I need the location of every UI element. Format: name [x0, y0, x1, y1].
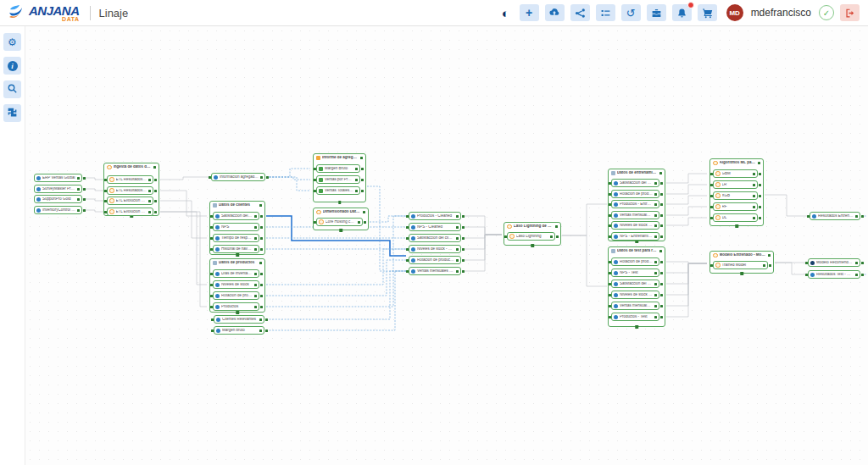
lineage-node[interactable]: Satisfacción del cliente - Entr... — [611, 179, 659, 187]
lineage-node[interactable]: SupportPro Gold — [34, 195, 82, 203]
add-button[interactable]: + — [520, 4, 539, 21]
lineage-node[interactable]: NPS - Cleaned — [409, 223, 461, 231]
lineage-node[interactable]: NPS — [213, 223, 259, 231]
lineage-node[interactable]: Productos - Test — [611, 313, 659, 321]
sidebar-item-settings[interactable]: ⚙ — [3, 33, 21, 51]
app-logo[interactable]: ANJANA DATA — [7, 1, 80, 25]
lineage-group-header: Modelo Entrenado - Modelo de Rec... — [711, 252, 772, 259]
lineage-node[interactable]: Rotación de productos - Clea... — [409, 256, 461, 264]
lineage-node[interactable]: Días de inventario disponible — [213, 269, 259, 278]
sidebar-item-plugins[interactable] — [3, 104, 21, 122]
lineage-node[interactable]: RF — [713, 202, 758, 211]
contrast-toggle-icon[interactable]: ◐ — [498, 4, 514, 21]
lineage-node[interactable]: Historial de navegación de cli... — [213, 245, 259, 253]
lineage-node[interactable]: Caso Lightning — [507, 232, 555, 241]
logout-button[interactable] — [840, 4, 860, 21]
lineage-node[interactable]: Niveles de stock - Cleaned — [409, 245, 461, 253]
lineage-node[interactable]: Clientes Relevantes — [214, 315, 264, 324]
lineage-node[interactable]: Ventas mensuales - Test — [611, 302, 659, 310]
lineage-node[interactable]: GBM — [713, 169, 758, 178]
certified-icon — [254, 237, 257, 240]
lineage-node[interactable]: Ventas mensuales - Cleaned — [409, 267, 461, 275]
user-avatar[interactable]: MD — [726, 4, 743, 21]
node-label: Ventas Totales Mensuales — [325, 189, 353, 193]
node-label: Ventas mensuales - Test — [620, 304, 653, 308]
lineage-share-button[interactable] — [570, 4, 590, 21]
lineage-node[interactable]: Niveles de stock - Entrenami... — [611, 221, 659, 230]
lineage-node[interactable]: NPS - Test — [611, 268, 659, 277]
lineage-node[interactable]: LR — [713, 180, 758, 189]
db-node-icon — [614, 282, 618, 286]
briefcase-button[interactable] — [647, 4, 666, 21]
lineage-node[interactable]: Margen bruto — [214, 326, 264, 335]
certified-icon — [855, 262, 858, 264]
db-node-icon — [614, 181, 618, 185]
notifications-button[interactable] — [672, 4, 692, 21]
lineage-node[interactable]: ETL Evolución del soporte — [107, 197, 153, 205]
db-node-icon — [411, 269, 415, 274]
certified-icon — [654, 283, 657, 285]
node-label: Clientes Relevantes — [222, 318, 258, 322]
lineage-node[interactable]: XGB — [713, 191, 758, 200]
cart-button[interactable] — [698, 4, 717, 21]
lineage-canvas[interactable]: ERP Ventas GlobalSurveyMaster Pro (Siste… — [0, 0, 868, 465]
lineage-node[interactable]: Ventas Totales Mensuales — [316, 186, 360, 195]
lineage-node[interactable]: NPS - Entrenamiento — [611, 232, 659, 241]
db-node-icon — [36, 187, 41, 191]
lineage-node[interactable]: Rotación de productos — [213, 291, 259, 300]
certified-icon — [254, 273, 257, 275]
lineage-node[interactable]: Ventas por Producto — [316, 175, 360, 184]
db-node-icon — [214, 175, 218, 180]
lineage-node[interactable]: ETL Resultados del sistema E... — [107, 186, 153, 195]
lineage-node[interactable]: Modelo Recomendación — [808, 258, 860, 267]
lineage-node[interactable]: ERP Ventas Global — [34, 174, 82, 182]
cart-icon — [702, 8, 713, 19]
oring-node-icon — [715, 263, 721, 268]
node-label: NPS - Test — [620, 271, 653, 275]
sidebar-item-search[interactable] — [3, 80, 21, 98]
sidebar-item-info[interactable]: i — [3, 57, 21, 75]
tasks-button[interactable] — [596, 4, 615, 21]
lineage-node[interactable]: Margen Bruto — [316, 164, 360, 173]
lineage-node[interactable]: Core Hosting comercial de v... — [316, 218, 363, 226]
lineage-node[interactable]: Ventas mensuales - Entrena... — [611, 211, 659, 219]
certified-icon — [855, 274, 858, 276]
lineage-node[interactable]: Satisfacción del cliente — [213, 212, 259, 220]
lineage-node[interactable]: Tiempo de respuesta al sopor... — [213, 234, 259, 242]
node-label: Tiempo de respuesta al sopor... — [221, 236, 253, 241]
oring-group-icon — [316, 210, 321, 215]
lineage-node[interactable]: Satisfacción del cliente - Test — [611, 280, 659, 288]
lineage-node[interactable]: SurveyMaster Pro (Sistema E... — [34, 185, 82, 193]
history-button[interactable]: ↺ — [621, 4, 641, 21]
lineage-node[interactable]: Productos - Cleaned — [409, 212, 461, 220]
app-header: ANJANA DATA Linaje ◐ + ↺ — [0, 0, 868, 26]
lineage-node[interactable]: InventoryControl (Sistema E... — [34, 206, 82, 214]
lineage-node[interactable]: Niveles de stock — [213, 280, 259, 289]
cloud-upload-button[interactable] — [545, 4, 565, 21]
lineage-node[interactable]: Resultados Entrenamiento -... — [810, 212, 860, 220]
lineage-node[interactable]: Rotación de productos - Test — [611, 257, 659, 266]
certified-icon — [654, 214, 657, 217]
lineage-node[interactable]: Niveles de stock - Test — [611, 291, 659, 299]
lineage-node[interactable]: ETL Evolución de inventario — [107, 208, 153, 216]
node-label: Rotación de productos - Clea... — [417, 258, 454, 263]
lineage-node[interactable]: Productos - Entrenamiento — [611, 200, 659, 208]
lineage-node[interactable]: Información agregada de vent... — [211, 173, 265, 181]
oring-group-icon — [713, 161, 718, 166]
node-label: Ventas mensuales - Cleaned — [417, 269, 454, 274]
search-icon — [7, 83, 18, 97]
oring-node-icon — [109, 188, 114, 193]
certified-icon — [659, 172, 662, 174]
lineage-node[interactable]: Rotación de productos - Entre... — [611, 190, 659, 198]
lineage-node[interactable]: ETL Resultados de ventas — [107, 175, 153, 184]
db-node-icon — [36, 197, 41, 202]
node-label: Ventas mensuales - Entrena... — [620, 213, 653, 218]
lineage-node[interactable]: Productos — [213, 302, 259, 311]
lineage-node[interactable]: Trained Model — [713, 261, 768, 269]
oring-node-icon — [715, 171, 721, 176]
node-label: Trained Model — [722, 263, 762, 268]
lineage-node[interactable]: Resultados Test - Modelo de... — [808, 270, 860, 279]
db-node-icon — [36, 208, 41, 213]
lineage-node[interactable]: DL — [713, 213, 758, 222]
lineage-node[interactable]: Satisfacción del cliente - Clea... — [409, 234, 461, 242]
